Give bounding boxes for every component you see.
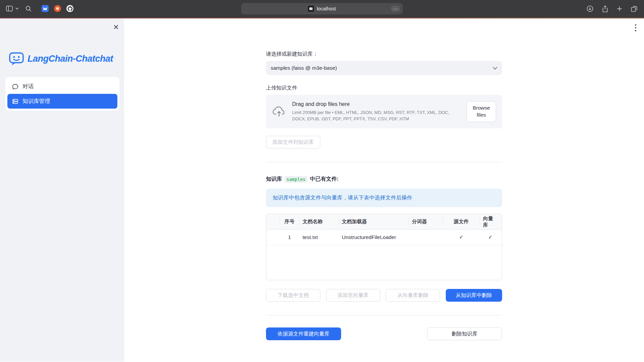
site-favicon-icon (308, 6, 314, 12)
add-files-to-kb-button[interactable]: 添加文件到知识库 (266, 136, 320, 148)
close-sidebar-button[interactable]: × (113, 22, 119, 32)
kb-select-value: samples (faiss @ m3e-base) (271, 65, 337, 71)
kb-action-buttons: 依据源文件重建向量库 删除知识库 (266, 327, 502, 340)
dropzone-texts: Drag and drop files here Limit 200MB per… (292, 101, 461, 122)
github-extension-icon[interactable] (66, 5, 73, 12)
app-menu-button[interactable] (635, 24, 637, 32)
delete-kb-button[interactable]: 删除知识库 (427, 327, 502, 340)
kb-files-heading: 知识库 samples 中已有文件: (266, 176, 502, 183)
downloads-button[interactable] (587, 5, 593, 12)
table-header-vector: 向量库 (480, 214, 501, 229)
info-alert: 知识库中包含源文件与向量库，请从下表中选择文件后操作 (266, 189, 502, 207)
app-logo: LangChain-Chatchat (9, 51, 113, 66)
tabs-icon (631, 6, 637, 12)
app-body: × LangChain-Chatchat (0, 18, 644, 362)
upload-section-label: 上传知识文件 (266, 84, 502, 92)
kebab-menu-icon (635, 24, 637, 32)
divider (266, 162, 502, 162)
download-icon (587, 5, 593, 12)
divider (266, 315, 502, 315)
sidebar-item-label: 知识库管理 (22, 98, 50, 105)
dropzone-limit-text: Limit 200MB per file • EML, HTML, JSON, … (292, 109, 461, 122)
sidebar-toggle-button[interactable] (6, 6, 13, 11)
file-action-buttons: 下载选中文档 添加至向量库 从向量库删除 从知识库中删除 (266, 289, 502, 302)
screen: { "browser": { "url": "localhost" }, "ic… (0, 0, 644, 362)
share-icon (602, 5, 608, 12)
sidebar: × LangChain-Chatchat (0, 18, 124, 362)
chevron-down-icon (15, 7, 19, 10)
file-dropzone[interactable]: Drag and drop files here Limit 200MB per… (266, 95, 502, 128)
logo-text: LangChain-Chatchat (28, 54, 113, 64)
table-row[interactable]: 1 test.txt UnstructuredFileLoader ✓ ✓ (266, 230, 502, 245)
row-loader-cell: UnstructuredFileLoader (338, 230, 409, 245)
heading-suffix: 中已有文件: (310, 176, 338, 183)
row-splitter-cell (409, 230, 443, 245)
chatchat-logo-icon (9, 51, 24, 66)
sidebar-item-label: 对话 (22, 83, 34, 90)
address-bar[interactable]: localhost ⋯ (241, 3, 403, 14)
tab-overview-button[interactable] (631, 6, 637, 12)
share-button[interactable] (602, 5, 608, 12)
extension-orange-icon[interactable] (54, 5, 61, 12)
sidebar-panel-icon (6, 6, 13, 11)
kb-files-table[interactable]: 序号 文档名称 文档加载器 分词器 源文件 向量库 1 test.txt Uns… (266, 214, 502, 280)
ellipsis-icon: ⋯ (393, 6, 398, 11)
browse-files-button[interactable]: Browse files (467, 101, 496, 122)
cloud-upload-icon (272, 106, 286, 117)
toolbar-left-group (6, 5, 73, 12)
add-to-vector-store-button[interactable]: 添加至向量库 (326, 289, 380, 302)
table-header-loader: 文档加载器 (338, 214, 409, 229)
sidebar-nav: 对话 知识库管理 (5, 77, 119, 111)
delete-from-vector-store-button[interactable]: 从向量库删除 (386, 289, 440, 302)
chat-bubble-icon (12, 83, 18, 90)
new-tab-button[interactable] (617, 6, 622, 11)
kb-select-label: 请选择或新建知识库： (266, 51, 502, 58)
table-header-name: 文档名称 (299, 214, 338, 229)
main-content: 请选择或新建知识库： samples (faiss @ m3e-base) 上传… (124, 18, 644, 362)
table-header-source: 源文件 (443, 214, 480, 229)
table-header-row: 序号 文档名称 文档加载器 分词器 源文件 向量库 (266, 214, 502, 230)
kb-selectbox[interactable]: samples (faiss @ m3e-base) (266, 61, 502, 75)
knowledge-base-icon (12, 98, 18, 105)
sidebar-toggle-chevron-button[interactable] (15, 7, 19, 10)
row-index-cell (266, 230, 280, 245)
delete-from-kb-button[interactable]: 从知识库中删除 (446, 289, 502, 302)
dropzone-title: Drag and drop files here (292, 101, 461, 107)
search-button[interactable] (25, 6, 32, 12)
toolbar-right-group (587, 0, 637, 17)
kb-name-code: samples (284, 176, 308, 183)
sidebar-item-dialogue[interactable]: 对话 (7, 79, 117, 94)
browser-toolbar: localhost ⋯ (0, 0, 644, 17)
chevron-down-icon (493, 67, 497, 70)
extensions-ellipsis-button[interactable]: ⋯ (391, 6, 400, 12)
table-header-splitter: 分词器 (409, 214, 443, 229)
row-name-cell: test.txt (299, 230, 338, 245)
content-column: 请选择或新建知识库： samples (faiss @ m3e-base) 上传… (266, 18, 502, 340)
extension-blue-icon[interactable] (42, 5, 49, 12)
url-text: localhost (317, 6, 336, 11)
rebuild-vector-store-button[interactable]: 依据源文件重建向量库 (266, 327, 341, 340)
table-header-index (266, 214, 280, 229)
row-vector-check: ✓ (480, 230, 501, 245)
plus-icon (617, 6, 622, 11)
sidebar-item-kb-management[interactable]: 知识库管理 (7, 94, 117, 109)
heading-prefix: 知识库 (266, 176, 282, 183)
extension-icons-group (42, 5, 73, 12)
close-icon: × (113, 22, 119, 32)
row-source-check: ✓ (443, 230, 480, 245)
row-no-cell: 1 (280, 230, 299, 245)
table-header-no: 序号 (280, 214, 299, 229)
download-selected-button[interactable]: 下载选中文档 (266, 289, 320, 302)
search-icon (25, 6, 32, 12)
